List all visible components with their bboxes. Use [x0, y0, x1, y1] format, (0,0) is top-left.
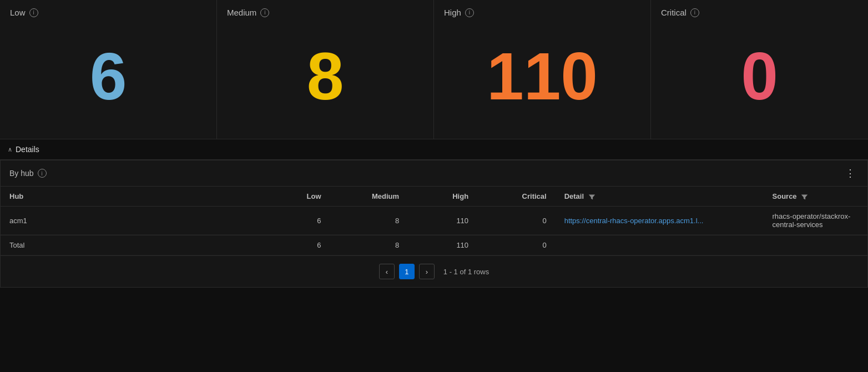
- card-info-icon-low[interactable]: i: [29, 8, 38, 17]
- total-high: 110: [408, 235, 477, 255]
- hub-table: Hub Low Medium High Critical Detail Sour…: [1, 187, 867, 235]
- cell-detail[interactable]: https://central-rhacs-operator.apps.acm1…: [556, 207, 764, 235]
- by-hub-info-icon[interactable]: i: [38, 169, 47, 178]
- cell-low: 6: [261, 207, 330, 235]
- card-critical: Critical i 0: [651, 0, 868, 139]
- card-header-low: Low i: [10, 8, 206, 17]
- chevron-icon: ∧: [8, 146, 12, 153]
- card-value-critical: 0: [661, 23, 858, 129]
- table-footer: Total 6 8 110 0: [1, 235, 867, 255]
- card-info-icon-medium[interactable]: i: [260, 8, 269, 17]
- card-medium: Medium i 8: [217, 0, 434, 139]
- card-value-low: 6: [10, 23, 206, 129]
- total-low: 6: [261, 235, 330, 255]
- by-hub-label: By hub: [9, 169, 34, 178]
- card-label-critical: Critical: [661, 8, 687, 17]
- cell-medium: 8: [330, 207, 408, 235]
- source-filter-icon[interactable]: [801, 193, 808, 200]
- total-critical: 0: [477, 235, 556, 255]
- col-high: High: [408, 187, 477, 207]
- total-row: Total 6 8 110 0: [1, 235, 867, 255]
- col-detail: Detail: [556, 187, 764, 207]
- details-toggle[interactable]: ∧ Details: [0, 139, 868, 160]
- card-label-medium: Medium: [227, 8, 256, 17]
- page-1-button[interactable]: 1: [399, 264, 415, 279]
- cell-source: rhacs-operator/stackrox-central-services: [764, 207, 867, 235]
- prev-page-button[interactable]: ‹: [379, 264, 395, 279]
- details-section: ∧ Details By hub i ⋮ Hub Low Medium High…: [0, 139, 868, 288]
- table-row: acm1 6 8 110 0 https://central-rhacs-ope…: [1, 207, 867, 235]
- col-medium: Medium: [330, 187, 408, 207]
- by-hub-title: By hub i: [9, 169, 47, 178]
- card-low: Low i 6: [0, 0, 217, 139]
- card-value-high: 110: [444, 23, 640, 129]
- col-source: Source: [764, 187, 867, 207]
- col-hub: Hub: [1, 187, 261, 207]
- card-header-medium: Medium i: [227, 8, 423, 17]
- by-hub-panel: By hub i ⋮ Hub Low Medium High Critical …: [0, 160, 868, 288]
- total-table: Total 6 8 110 0: [1, 235, 867, 255]
- total-medium: 8: [330, 235, 408, 255]
- total-label: Total: [1, 235, 261, 255]
- next-page-button[interactable]: ›: [419, 264, 435, 279]
- page-info: 1 - 1 of 1 rows: [443, 268, 489, 276]
- card-label-low: Low: [10, 8, 26, 17]
- card-info-icon-high[interactable]: i: [465, 8, 474, 17]
- cell-hub: acm1: [1, 207, 261, 235]
- col-critical: Critical: [477, 187, 556, 207]
- col-low: Low: [261, 187, 330, 207]
- card-header-high: High i: [444, 8, 640, 17]
- card-high: High i 110: [434, 0, 651, 139]
- card-info-icon-critical[interactable]: i: [690, 8, 699, 17]
- card-label-high: High: [444, 8, 461, 17]
- table-header-row: Hub Low Medium High Critical Detail Sour…: [1, 187, 867, 207]
- summary-cards-section: Low i 6 Medium i 8 High i 110 Critical i…: [0, 0, 868, 139]
- pagination: ‹ 1 › 1 - 1 of 1 rows: [1, 255, 867, 287]
- card-header-critical: Critical i: [661, 8, 858, 17]
- detail-filter-icon[interactable]: [588, 193, 596, 200]
- card-value-medium: 8: [227, 23, 423, 129]
- details-label: Details: [16, 145, 39, 154]
- cell-high: 110: [408, 207, 477, 235]
- detail-link[interactable]: https://central-rhacs-operator.apps.acm1…: [564, 217, 704, 225]
- cell-critical: 0: [477, 207, 556, 235]
- by-hub-header: By hub i ⋮: [1, 160, 867, 187]
- kebab-menu-button[interactable]: ⋮: [842, 166, 859, 180]
